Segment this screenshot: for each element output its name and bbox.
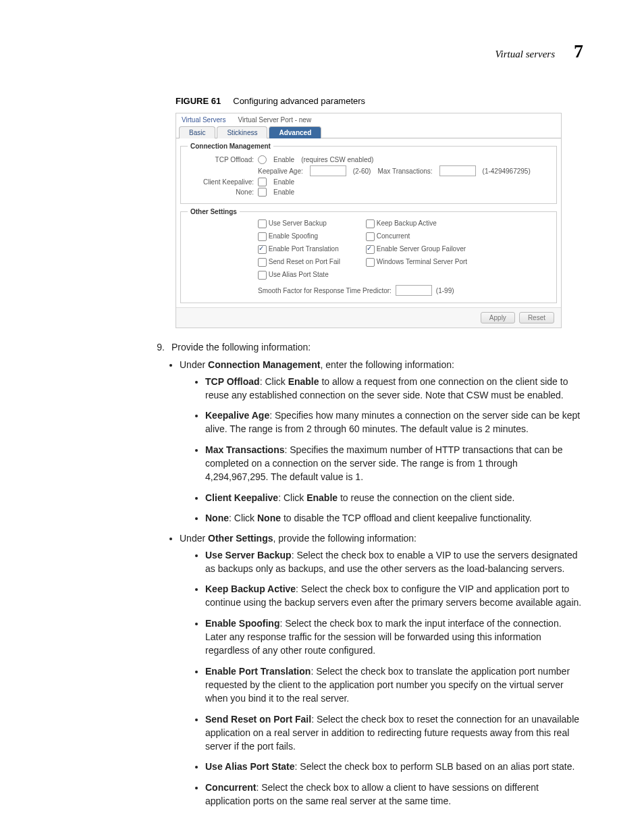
list-item: Max Transactions: Specifies the maximum …: [205, 443, 583, 484]
list-item: Concurrent: Select the check box to allo…: [205, 781, 583, 808]
enable-port-translation-checkbox[interactable]: [258, 245, 267, 254]
enable-label: Enable: [273, 156, 294, 163]
list-item: Under Other Settings, provide the follow…: [180, 531, 583, 808]
enable-sg-failover-label: Enable Server Group Failover: [377, 245, 466, 253]
tcp-offload-enable-radio[interactable]: [258, 155, 267, 164]
apply-button[interactable]: Apply: [481, 312, 515, 323]
max-tx-range: (1-4294967295): [483, 167, 531, 175]
enable-spoofing-label: Enable Spoofing: [269, 232, 318, 240]
step-number: 9.: [150, 340, 165, 354]
config-panel: Virtual Servers Virtual Server Port - ne…: [176, 113, 562, 328]
legend-cm: Connection Management: [188, 142, 273, 150]
reset-button[interactable]: Reset: [519, 312, 554, 323]
none-label: None:: [188, 188, 258, 196]
send-reset-label: Send Reset on Port Fail: [269, 258, 340, 265]
use-server-backup-checkbox[interactable]: [258, 219, 267, 228]
instruction-content: 9. Provide the following information: Un…: [150, 340, 583, 808]
list-item: Enable Port Translation: Select the chec…: [205, 664, 583, 706]
tab-stickiness[interactable]: Stickiness: [217, 126, 267, 138]
fieldset-connection-management: Connection Management TCP Offload: Enabl…: [180, 142, 557, 204]
enable-port-translation-label: Enable Port Translation: [269, 245, 339, 253]
list-item: Keepalive Age: Specifies how many minute…: [205, 409, 583, 436]
keep-backup-active-label: Keep Backup Active: [377, 219, 437, 227]
step-text: Provide the following information:: [171, 340, 311, 354]
keepalive-age-input[interactable]: [310, 165, 346, 176]
client-keepalive-checkbox[interactable]: [258, 178, 267, 186]
concurrent-checkbox[interactable]: [366, 232, 375, 241]
send-reset-checkbox[interactable]: [258, 258, 267, 267]
smooth-label: Smooth Factor for Response Time Predicto…: [258, 287, 392, 294]
list-item: Send Reset on Port Fail: Select the chec…: [205, 712, 583, 754]
list-item: Keep Backup Active: Select the check box…: [205, 582, 583, 610]
use-alias-label: Use Alias Port State: [269, 271, 329, 278]
client-keepalive-enable: Enable: [273, 178, 294, 186]
tcp-offload-label: TCP Offload:: [188, 156, 258, 163]
enable-spoofing-checkbox[interactable]: [258, 232, 267, 241]
smooth-range: (1-99): [436, 287, 454, 294]
page-header-title: Virtual servers: [495, 49, 555, 60]
tab-basic[interactable]: Basic: [179, 126, 215, 138]
list-item: Use Alias Port State: Select the check b…: [205, 760, 583, 773]
list-item: Under Connection Management, enter the f…: [180, 358, 583, 525]
client-keepalive-label: Client Keepalive:: [188, 178, 258, 186]
concurrent-label: Concurrent: [377, 232, 410, 240]
use-alias-checkbox[interactable]: [258, 271, 267, 280]
list-item: Enable Spoofing: Select the check box to…: [205, 617, 583, 658]
max-tx-label: Max Transactions:: [377, 167, 432, 175]
list-item: Client Keepalive: Click Enable to reuse …: [205, 491, 583, 504]
breadcrumb[interactable]: Virtual Servers: [182, 116, 225, 124]
keepalive-age-label: Keepalive Age:: [258, 167, 303, 175]
chapter-number: 7: [574, 41, 583, 62]
fieldset-other-settings: Other Settings Use Server Backup Keep Ba…: [180, 208, 557, 303]
windows-ts-checkbox[interactable]: [366, 258, 375, 267]
list-item: None: Click None to disable the TCP offl…: [205, 511, 583, 525]
none-checkbox[interactable]: [258, 188, 267, 197]
keep-backup-active-checkbox[interactable]: [366, 219, 375, 228]
use-server-backup-label: Use Server Backup: [269, 219, 327, 227]
windows-ts-label: Windows Terminal Server Port: [377, 258, 467, 265]
legend-os: Other Settings: [188, 208, 240, 215]
keepalive-range: (2-60): [353, 167, 371, 175]
none-enable: Enable: [273, 188, 294, 196]
list-item: Use Server Backup: Select the check box …: [205, 548, 583, 576]
smooth-input[interactable]: [396, 285, 432, 296]
enable-sg-failover-checkbox[interactable]: [366, 245, 375, 254]
list-item: TCP Offload: Click Enable to allow a req…: [205, 375, 583, 402]
max-tx-input[interactable]: [439, 165, 476, 176]
requires-note: (requires CSW enabled): [301, 156, 373, 163]
tab-advanced[interactable]: Advanced: [269, 126, 321, 138]
figure-caption: FIGURE 61 Configuring advanced parameter…: [176, 96, 583, 106]
breadcrumb-leaf: Virtual Server Port - new: [238, 116, 311, 124]
